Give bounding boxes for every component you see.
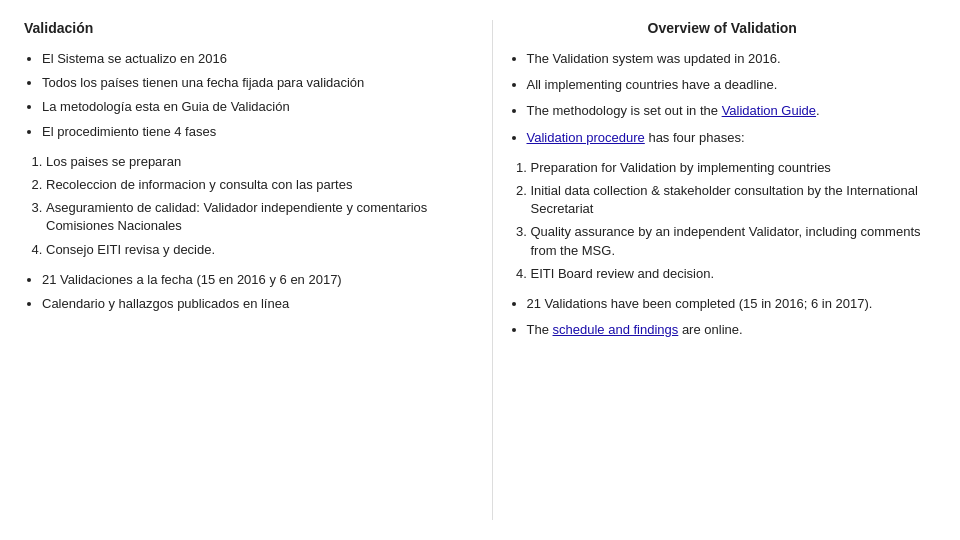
list-item: El Sistema se actualizo en 2016 bbox=[42, 50, 452, 68]
list-item: 21 Validaciones a la fecha (15 en 2016 y… bbox=[42, 271, 452, 289]
list-item: Los paises se preparan bbox=[46, 153, 452, 171]
list-item: The schedule and findings are online. bbox=[527, 321, 937, 339]
list-item: The Validation system was updated in 201… bbox=[527, 50, 937, 68]
list-item: The methodology is set out in the Valida… bbox=[527, 102, 937, 120]
bullet-text-before: The methodology is set out in the bbox=[527, 103, 722, 118]
bullet-text: All implementing countries have a deadli… bbox=[527, 77, 778, 92]
list-item: Preparation for Validation by implementi… bbox=[531, 159, 937, 177]
left-bottom-bullets: 21 Validaciones a la fecha (15 en 2016 y… bbox=[24, 271, 452, 313]
list-item: Validation procedure has four phases: bbox=[527, 129, 937, 147]
list-item: EITI Board review and decision. bbox=[531, 265, 937, 283]
bullet-text-after: . bbox=[816, 103, 820, 118]
validation-guide-link[interactable]: Validation Guide bbox=[722, 103, 816, 118]
left-steps: Los paises se preparan Recoleccion de in… bbox=[24, 153, 452, 259]
list-item: Consejo EITI revisa y decide. bbox=[46, 241, 452, 259]
right-bottom-bullets: 21 Validations have been completed (15 i… bbox=[509, 295, 937, 339]
list-item: Recoleccion de informacion y consulta co… bbox=[46, 176, 452, 194]
list-item: 21 Validations have been completed (15 i… bbox=[527, 295, 937, 313]
bullet-text-after: has four phases: bbox=[645, 130, 745, 145]
left-column: Validación El Sistema se actualizo en 20… bbox=[24, 20, 468, 520]
validation-procedure-link[interactable]: Validation procedure bbox=[527, 130, 645, 145]
left-title: Validación bbox=[24, 20, 452, 36]
right-title: Overview of Validation bbox=[509, 20, 937, 36]
list-item: La metodología esta en Guia de Validació… bbox=[42, 98, 452, 116]
bullet-text-after: are online. bbox=[678, 322, 742, 337]
bullet-text-before: The bbox=[527, 322, 553, 337]
schedule-findings-link[interactable]: schedule and findings bbox=[553, 322, 679, 337]
bullet-text: The Validation system was updated in 201… bbox=[527, 51, 781, 66]
list-item: Todos los países tienen una fecha fijada… bbox=[42, 74, 452, 92]
list-item: El procedimiento tiene 4 fases bbox=[42, 123, 452, 141]
list-item: Initial data collection & stakeholder co… bbox=[531, 182, 937, 218]
left-bullets: El Sistema se actualizo en 2016 Todos lo… bbox=[24, 50, 452, 141]
right-steps: Preparation for Validation by implementi… bbox=[509, 159, 937, 283]
list-item: Quality assurance by an independent Vali… bbox=[531, 223, 937, 259]
list-item: All implementing countries have a deadli… bbox=[527, 76, 937, 94]
list-item: Aseguramiento de calidad: Validador inde… bbox=[46, 199, 452, 235]
right-column: Overview of Validation The Validation sy… bbox=[492, 20, 937, 520]
right-bullets-top: The Validation system was updated in 201… bbox=[509, 50, 937, 147]
list-item: Calendario y hallazgos publicados en lín… bbox=[42, 295, 452, 313]
